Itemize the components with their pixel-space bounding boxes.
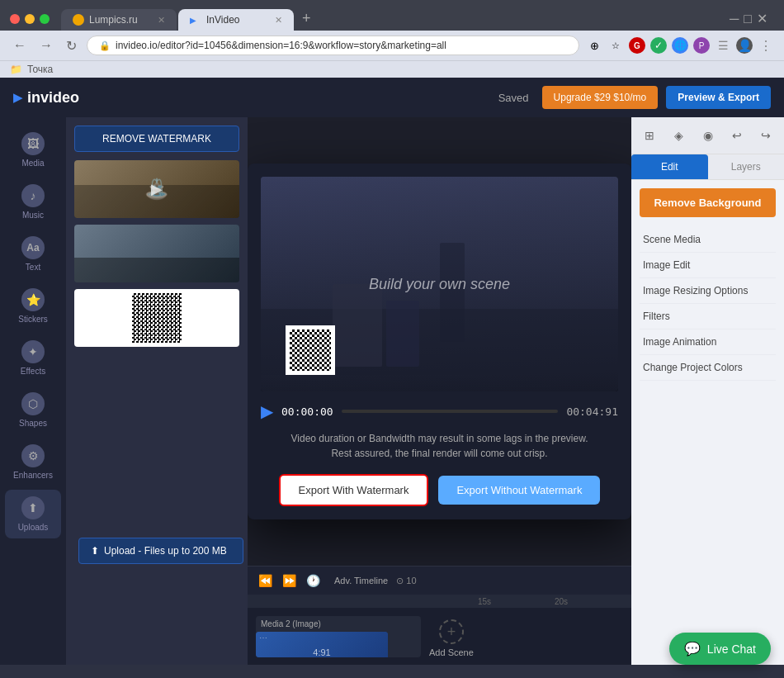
option-filters[interactable]: Filters bbox=[640, 304, 776, 330]
modal-overlay: Build your own scene ▶ 00:00:00 bbox=[248, 117, 631, 566]
back-button[interactable]: ← bbox=[10, 36, 30, 55]
timeline-toolbar: ⏪ ⏩ 🕐 Adv. Timeline ⊙ 10 bbox=[248, 566, 631, 595]
live-chat-button[interactable]: 💬 Live Chat bbox=[669, 633, 771, 665]
ruler-15s: 15s bbox=[478, 597, 491, 606]
video-preview: Build your own scene bbox=[261, 177, 618, 391]
media-thumbnail-qr[interactable] bbox=[74, 289, 239, 347]
add-scene-button[interactable]: + Add Scene bbox=[429, 619, 474, 657]
text-icon: Aa bbox=[21, 236, 45, 259]
ext-icon-4[interactable]: P bbox=[693, 37, 710, 54]
bookmark-item[interactable]: Точка bbox=[27, 64, 53, 75]
video-overlay-text: Build your own scene bbox=[369, 276, 510, 293]
ext-icon-3[interactable]: 🌐 bbox=[672, 37, 688, 54]
maximize-button[interactable] bbox=[40, 14, 50, 24]
remove-watermark-button[interactable]: REMOVE WATERMARK bbox=[74, 126, 239, 152]
left-sidebar: 🖼 Media ♪ Music Aa Text ⭐ Stickers ✦ Eff… bbox=[0, 117, 66, 665]
timeline-track-1: Media 2 (Image) ⋯ 4:91 bbox=[256, 616, 421, 657]
upload-button[interactable]: ⬆ Upload - Files up to 200 MB bbox=[78, 538, 243, 564]
tab-invideo[interactable]: InVideo ✕ bbox=[178, 9, 294, 31]
tab-invideo-close[interactable]: ✕ bbox=[275, 15, 282, 26]
window-minimize[interactable]: ─ bbox=[730, 12, 739, 26]
sidebar-item-stickers[interactable]: ⭐ Stickers bbox=[5, 282, 61, 330]
export-no-watermark-button[interactable]: Export Without Watermark bbox=[438, 476, 600, 505]
ext-icon-5[interactable]: ☰ bbox=[715, 37, 731, 54]
timeline-tracks: Media 2 (Image) ⋯ 4:91 + Add Sc bbox=[248, 608, 631, 665]
timeline-btn-clock[interactable]: 🕐 bbox=[304, 571, 323, 590]
new-tab-button[interactable]: + bbox=[295, 7, 318, 31]
window-close[interactable]: ✕ bbox=[757, 11, 767, 26]
preview-export-button[interactable]: Preview & Export bbox=[666, 86, 771, 109]
redo-tool[interactable]: ↪ bbox=[755, 124, 777, 147]
tab-edit[interactable]: Edit bbox=[631, 154, 708, 179]
upgrade-button[interactable]: Upgrade $29 $10/mo bbox=[542, 86, 659, 109]
remove-background-button[interactable]: Remove Background bbox=[640, 188, 776, 217]
media-icon: 🖼 bbox=[21, 132, 45, 155]
sidebar-item-enhancers[interactable]: ⚙ Enhancers bbox=[5, 438, 61, 486]
sidebar-item-effects[interactable]: ✦ Effects bbox=[5, 334, 61, 382]
menu-icon[interactable]: ⋮ bbox=[758, 37, 774, 54]
option-scene-media[interactable]: Scene Media bbox=[640, 227, 776, 253]
live-chat-label: Live Chat bbox=[707, 642, 756, 656]
translate-icon[interactable]: ⊕ bbox=[586, 37, 602, 54]
forward-button[interactable]: → bbox=[36, 36, 56, 55]
canvas-area: Build your own scene ▶ 00:00:00 bbox=[248, 117, 631, 566]
option-change-project-colors[interactable]: Change Project Colors bbox=[640, 355, 776, 381]
lock-icon: 🔒 bbox=[99, 40, 111, 51]
bookmark-folder-icon: 📁 bbox=[10, 64, 22, 75]
effects-label: Effects bbox=[21, 367, 45, 376]
progress-bar[interactable] bbox=[342, 410, 559, 413]
track-block[interactable]: ⋯ 4:91 bbox=[256, 632, 388, 657]
media-thumbnail-1[interactable]: ⛲ ▶ bbox=[74, 160, 239, 218]
tab-invideo-label: InVideo bbox=[206, 14, 239, 26]
grid-tool[interactable]: ⊞ bbox=[638, 124, 660, 147]
right-panel-toolbar: ⊞ ◈ ◉ ↩ ↪ bbox=[631, 117, 784, 154]
export-watermark-button[interactable]: Export With Watermark bbox=[279, 474, 429, 506]
undo-tool[interactable]: ↩ bbox=[725, 124, 748, 147]
option-image-resizing[interactable]: Image Resizing Options bbox=[640, 278, 776, 304]
timeline: ⏪ ⏩ 🕐 Adv. Timeline ⊙ 10 15s 20s Media 2… bbox=[248, 566, 631, 665]
upload-icon: ⬆ bbox=[91, 545, 99, 557]
option-image-animation[interactable]: Image Animation bbox=[640, 330, 776, 355]
option-image-edit[interactable]: Image Edit bbox=[640, 253, 776, 278]
timeline-btn-1[interactable]: ⏪ bbox=[256, 571, 275, 590]
timeline-btn-2[interactable]: ⏩ bbox=[280, 571, 299, 590]
shapes-icon: ⬡ bbox=[21, 392, 45, 415]
star-icon[interactable]: ☆ bbox=[607, 37, 624, 54]
timeline-time: ⊙ 10 bbox=[396, 576, 416, 586]
bookmark-bar: 📁 Точка bbox=[0, 60, 784, 78]
video-qr bbox=[286, 325, 335, 375]
address-bar[interactable]: 🔒 invideo.io/editor?id=10456&dimension=1… bbox=[87, 36, 579, 55]
sidebar-item-media[interactable]: 🖼 Media bbox=[5, 126, 61, 174]
close-button[interactable] bbox=[10, 14, 20, 24]
stickers-icon: ⭐ bbox=[21, 288, 45, 311]
tab-layers[interactable]: Layers bbox=[708, 154, 785, 179]
minimize-button[interactable] bbox=[25, 14, 35, 24]
avatar-icon[interactable]: 👤 bbox=[736, 37, 753, 54]
uploads-icon: ⬆ bbox=[21, 496, 45, 519]
sidebar-item-shapes[interactable]: ⬡ Shapes bbox=[5, 386, 61, 434]
media-thumbnail-2[interactable] bbox=[74, 225, 239, 282]
layers-tool[interactable]: ◈ bbox=[667, 124, 689, 147]
reload-button[interactable]: ↻ bbox=[63, 36, 80, 55]
sidebar-item-text[interactable]: Aa Text bbox=[5, 230, 61, 278]
tab-lumpics[interactable]: Lumpics.ru ✕ bbox=[61, 9, 177, 31]
browser-titlebar: Lumpics.ru ✕ InVideo ✕ + ─ □ ✕ bbox=[0, 0, 784, 31]
adv-timeline-label: Adv. Timeline bbox=[334, 576, 388, 586]
right-panel: ⊞ ◈ ◉ ↩ ↪ Edit Layers Remove Background … bbox=[631, 117, 784, 665]
browser-toolbar: ← → ↻ 🔒 invideo.io/editor?id=10456&dimen… bbox=[0, 31, 784, 60]
ext-icon-2[interactable]: ✓ bbox=[650, 37, 667, 54]
right-panel-tabs: Edit Layers bbox=[631, 154, 784, 180]
media-thumbnails: ⛲ ▶ bbox=[74, 160, 239, 347]
sidebar-item-music[interactable]: ♪ Music bbox=[5, 178, 61, 226]
add-scene-icon: + bbox=[439, 619, 464, 644]
app-logo: ▶ invideo bbox=[13, 89, 79, 107]
window-restore[interactable]: □ bbox=[744, 12, 752, 26]
video-play-button[interactable]: ▶ bbox=[261, 401, 273, 421]
right-panel-content: Remove Background Scene Media Image Edit… bbox=[631, 180, 784, 665]
ext-icon-1[interactable]: G bbox=[629, 37, 645, 54]
app-container: ▶ invideo Saved Upgrade $29 $10/mo Previ… bbox=[0, 78, 784, 665]
modal-message: Video duration or Bandwidth may result i… bbox=[261, 431, 618, 461]
stack-tool[interactable]: ◉ bbox=[697, 124, 719, 147]
tab-lumpics-close[interactable]: ✕ bbox=[158, 15, 165, 26]
sidebar-item-uploads[interactable]: ⬆ Uploads bbox=[5, 490, 61, 538]
